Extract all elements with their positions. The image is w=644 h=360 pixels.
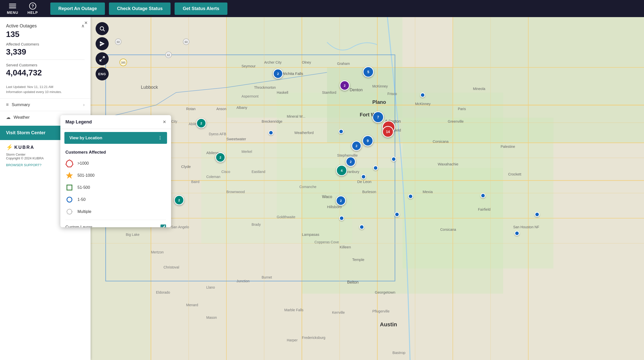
svg-text:Llano: Llano — [206, 285, 215, 289]
legend-title: Map Legend — [65, 119, 92, 125]
legend-item-501-1000: 501-1000 — [65, 169, 166, 182]
svg-text:Corsicana: Corsicana — [440, 228, 456, 232]
svg-text:Lampasas: Lampasas — [302, 232, 319, 237]
svg-text:Olney: Olney — [302, 60, 311, 64]
svg-text:Goldthwaite: Goldthwaite — [277, 215, 295, 219]
custom-layers-checkbox[interactable] — [160, 224, 166, 227]
check-outage-status-button[interactable]: Check Outage Status — [109, 3, 171, 15]
svg-text:Corsicana: Corsicana — [433, 140, 449, 144]
view-by-menu-icon: ⋮ — [158, 136, 162, 140]
legend-icon-gt1000 — [65, 159, 73, 167]
location-button[interactable] — [96, 37, 109, 50]
svg-text:Seymour: Seymour — [242, 64, 256, 68]
help-button[interactable]: ? HELP — [25, 3, 40, 15]
cluster-2-mckinney[interactable]: 2 — [340, 80, 350, 91]
svg-text:Marble Falls: Marble Falls — [284, 308, 303, 312]
svg-text:Copperas Cove: Copperas Cove — [314, 240, 339, 244]
legend-close-button[interactable]: × — [163, 119, 166, 125]
cluster-7[interactable]: 7 — [372, 111, 384, 123]
report-outage-button[interactable]: Report An Outage — [50, 3, 105, 15]
svg-rect-7 — [277, 93, 503, 218]
legend-item-1-50: 1-50 — [65, 194, 166, 206]
get-status-alerts-button[interactable]: Get Status Alerts — [175, 3, 227, 15]
cluster-2-abilene[interactable]: 2 — [215, 152, 225, 162]
svg-text:McKinney: McKinney — [372, 84, 388, 88]
header-buttons: Report An Outage Check Outage Status Get… — [50, 3, 227, 15]
cluster-2-arlington[interactable]: 2 — [351, 141, 361, 151]
svg-text:Temple: Temple — [352, 257, 364, 262]
dot-8[interactable] — [408, 194, 413, 199]
stats-collapse-chevron[interactable]: ∧ — [81, 23, 85, 29]
svg-text:Haskell: Haskell — [277, 91, 288, 95]
dot-7[interactable] — [394, 212, 399, 217]
weather-icon: ☁ — [6, 115, 11, 120]
cluster-5-plano[interactable]: 5 — [363, 66, 374, 77]
cluster-2-wichita[interactable]: 2 — [273, 69, 283, 79]
summary-left: ≡ Summary — [6, 102, 30, 107]
svg-text:?: ? — [31, 4, 34, 8]
sidebar-stats: Active Outages ∧ 135 Affected Customers … — [0, 17, 91, 84]
dot-6[interactable] — [361, 174, 366, 179]
svg-marker-129 — [100, 41, 105, 46]
svg-text:Sweetwater: Sweetwater — [226, 137, 246, 141]
dot-11[interactable] — [420, 93, 425, 98]
svg-text:Brady: Brady — [252, 222, 261, 227]
svg-text:Bastrop: Bastrop — [392, 350, 406, 355]
legend-label-multiple: Multiple — [77, 209, 91, 214]
svg-text:60: 60 — [185, 40, 188, 43]
svg-text:Mason: Mason — [206, 316, 217, 320]
expand-button[interactable] — [96, 52, 109, 65]
svg-rect-1 — [9, 6, 16, 6]
svg-text:Dyess AFB: Dyess AFB — [209, 132, 226, 136]
cluster-14[interactable]: 14 — [382, 126, 394, 138]
svg-text:Fredericksburg: Fredericksburg — [302, 336, 325, 340]
svg-text:Throckmorton: Throckmorton — [254, 85, 276, 89]
svg-text:Palestine: Palestine — [501, 145, 515, 149]
dot-9[interactable] — [339, 216, 344, 221]
legend-icon-multiple — [65, 208, 73, 216]
legend-label-gt1000: >1000 — [77, 161, 89, 166]
dot-5[interactable] — [391, 157, 396, 162]
svg-rect-6 — [226, 17, 403, 118]
svg-text:62: 62 — [167, 54, 170, 57]
svg-text:Burnet: Burnet — [262, 275, 272, 279]
search-map-button[interactable] — [96, 22, 109, 35]
dot-3[interactable] — [339, 129, 344, 134]
cluster-2-sweetwater[interactable]: 2 — [196, 118, 206, 128]
svg-text:Brownwood: Brownwood — [226, 190, 245, 194]
update-interval: Information updated every 10 minutes. — [6, 89, 85, 95]
dot-10[interactable] — [359, 224, 364, 230]
legend-body: Customers Affected >1000 501-1000 — [60, 147, 171, 227]
map-container[interactable]: Lubbock Fort Wo... Plano Denton Arlingto… — [0, 17, 644, 360]
view-by-location-button[interactable]: View by Location ⋮ — [64, 132, 167, 144]
custom-layers-section: Custom Layers — [65, 222, 166, 227]
cluster-4-waco[interactable]: 4 — [336, 165, 347, 176]
svg-text:Menard: Menard — [186, 303, 198, 307]
svg-text:Coleman: Coleman — [206, 175, 220, 179]
legend-icon-501-1000 — [65, 171, 73, 179]
svg-text:Albany: Albany — [236, 106, 247, 110]
svg-text:Frisco: Frisco — [387, 92, 397, 96]
summary-icon: ≡ — [6, 102, 9, 107]
summary-menu-item[interactable]: ≡ Summary › — [0, 98, 91, 111]
cluster-2-waco[interactable]: 2 — [336, 196, 346, 206]
cluster-2-granbury[interactable]: 2 — [346, 157, 356, 167]
menu-button[interactable]: MENU — [5, 3, 20, 15]
dot-12[interactable] — [480, 193, 486, 198]
svg-text:Rotan: Rotan — [186, 107, 195, 111]
dot-4[interactable] — [373, 165, 378, 170]
cluster-9[interactable]: 9 — [362, 135, 373, 146]
dot-13[interactable] — [514, 231, 519, 236]
svg-text:San Houston NF: San Houston NF — [513, 225, 539, 229]
svg-text:De Leon: De Leon — [357, 179, 372, 184]
svg-text:Lubbock: Lubbock — [141, 85, 158, 90]
language-button[interactable]: ENG — [96, 67, 109, 80]
svg-point-136 — [67, 209, 72, 214]
view-by-location-label: View by Location — [69, 136, 102, 140]
sidebar-close-button[interactable]: × — [84, 20, 88, 26]
dot-14[interactable] — [535, 212, 540, 217]
svg-text:Anson: Anson — [216, 107, 226, 111]
svg-rect-0 — [9, 4, 16, 5]
cluster-2-sanangelo[interactable]: 2 — [174, 195, 184, 205]
dot-weatherford[interactable] — [268, 130, 273, 135]
